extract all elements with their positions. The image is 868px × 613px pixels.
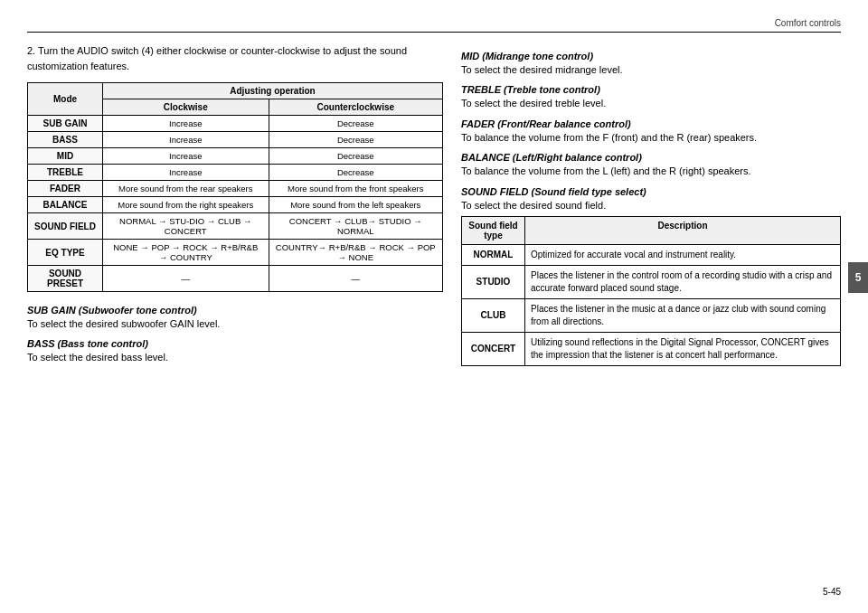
intro-text: 2. Turn the AUDIO switch (4) either cloc… xyxy=(27,43,443,73)
fader-title: FADER (Front/Rear balance control) xyxy=(461,118,841,129)
mode-header: Mode xyxy=(28,83,103,116)
mode-cell: SOUND FIELD xyxy=(28,213,103,240)
cw-cell: Increase xyxy=(103,116,269,132)
ccw-cell: More sound from the front speakers xyxy=(269,181,443,197)
cw-cell: NORMAL → STU-DIO → CLUB → CONCERT xyxy=(103,213,269,240)
sf-desc-cell: Optimized for accurate vocal and instrum… xyxy=(525,244,841,265)
sub-gain-text: To select the desired subwoofer GAIN lev… xyxy=(27,317,443,331)
table-row: TREBLEIncreaseDecrease xyxy=(28,165,443,181)
sound-field-text: To select the desired sound field. xyxy=(461,199,841,212)
mode-cell: TREBLE xyxy=(28,165,103,181)
ccw-cell: — xyxy=(269,266,443,292)
bass-text: To select the desired bass level. xyxy=(27,351,443,364)
sf-desc-header: Description xyxy=(525,216,841,244)
adj-header: Adjusting operation xyxy=(103,83,443,99)
balance-title: BALANCE (Left/Right balance control) xyxy=(461,152,841,163)
page-header: Comfort controls xyxy=(27,18,841,33)
sf-desc-cell: Utilizing sound reflections in the Digit… xyxy=(525,332,841,365)
page-number: 5-45 xyxy=(823,587,841,597)
sf-table-row: NORMALOptimized for accurate vocal and i… xyxy=(462,244,841,265)
table-row: MIDIncreaseDecrease xyxy=(28,148,443,165)
balance-text: To balance the volume from the L (left) … xyxy=(461,165,841,178)
chapter-tab: 5 xyxy=(848,262,868,293)
cw-cell: — xyxy=(103,266,269,292)
sf-desc-cell: Places the listener in the music at a da… xyxy=(525,298,841,332)
table-row: SOUND PRESET—— xyxy=(28,266,443,292)
treble-title: TREBLE (Treble tone control) xyxy=(461,84,841,95)
cw-cell: Increase xyxy=(103,132,269,148)
table-row: FADERMore sound from the rear speakersMo… xyxy=(28,181,443,197)
table-row: BALANCEMore sound from the right speaker… xyxy=(28,197,443,213)
sound-field-title: SOUND FIELD (Sound field type select) xyxy=(461,186,841,197)
ccw-header: Counterclockwise xyxy=(269,99,443,116)
cw-cell: Increase xyxy=(103,165,269,181)
ccw-cell: CONCERT → CLUB→ STUDIO → NORMAL xyxy=(269,213,443,240)
mid-title: MID (Midrange tone control) xyxy=(461,51,841,61)
sf-type-cell: NORMAL xyxy=(462,244,525,265)
ccw-cell: Decrease xyxy=(269,132,443,148)
mode-cell: SUB GAIN xyxy=(28,116,103,132)
table-row: SOUND FIELDNORMAL → STU-DIO → CLUB → CON… xyxy=(28,213,443,240)
sf-table-row: STUDIOPlaces the listener in the control… xyxy=(462,265,841,298)
cw-cell: More sound from the right speakers xyxy=(103,197,269,213)
sf-type-header: Sound field type xyxy=(462,216,525,244)
right-column: MID (Midrange tone control) To select th… xyxy=(461,43,841,369)
cw-cell: Increase xyxy=(103,148,269,165)
left-column: 2. Turn the AUDIO switch (4) either cloc… xyxy=(27,43,443,369)
bass-title: BASS (Bass tone control) xyxy=(27,338,443,349)
sf-desc-cell: Places the listener in the control room … xyxy=(525,265,841,298)
header-title: Comfort controls xyxy=(775,18,841,28)
table-row: EQ TYPENONE → POP → ROCK → R+B/R&B → COU… xyxy=(28,240,443,266)
mode-cell: MID xyxy=(28,148,103,165)
ccw-cell: More sound from the left speakers xyxy=(269,197,443,213)
sf-type-cell: STUDIO xyxy=(462,265,525,298)
ccw-cell: Decrease xyxy=(269,165,443,181)
ccw-cell: COUNTRY→ R+B/R&B → ROCK → POP → NONE xyxy=(269,240,443,266)
treble-text: To select the desired treble level. xyxy=(461,97,841,110)
sf-type-cell: CLUB xyxy=(462,298,525,332)
sf-type-cell: CONCERT xyxy=(462,332,525,365)
main-content: 2. Turn the AUDIO switch (4) either cloc… xyxy=(27,43,841,369)
ccw-cell: Decrease xyxy=(269,116,443,132)
mode-cell: SOUND PRESET xyxy=(28,266,103,292)
cw-header: Clockwise xyxy=(103,99,269,116)
sound-field-table: Sound field type Description NORMALOptim… xyxy=(461,216,841,366)
table-row: BASSIncreaseDecrease xyxy=(28,132,443,148)
sf-table-row: CONCERTUtilizing sound reflections in th… xyxy=(462,332,841,365)
table-row: SUB GAINIncreaseDecrease xyxy=(28,116,443,132)
mode-cell: EQ TYPE xyxy=(28,240,103,266)
page-container: Comfort controls 5 2. Turn the AUDIO swi… xyxy=(0,0,868,613)
mid-text: To select the desired midrange level. xyxy=(461,63,841,77)
sf-table-row: CLUBPlaces the listener in the music at … xyxy=(462,298,841,332)
ccw-cell: Decrease xyxy=(269,148,443,165)
cw-cell: More sound from the rear speakers xyxy=(103,181,269,197)
cw-cell: NONE → POP → ROCK → R+B/R&B → COUNTRY xyxy=(103,240,269,266)
mode-cell: FADER xyxy=(28,181,103,197)
main-table: Mode Adjusting operation Clockwise Count… xyxy=(27,82,443,292)
mode-cell: BASS xyxy=(28,132,103,148)
fader-text: To balance the volume from the F (front)… xyxy=(461,131,841,145)
mode-cell: BALANCE xyxy=(28,197,103,213)
sub-gain-title: SUB GAIN (Subwoofer tone control) xyxy=(27,305,443,316)
